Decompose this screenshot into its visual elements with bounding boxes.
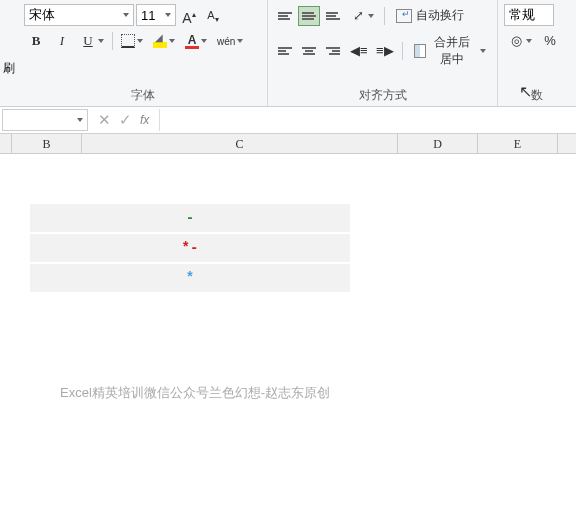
credit-text: Excel精英培训微信公众号兰色幻想-赵志东原创	[60, 384, 330, 402]
font-color-icon: A	[185, 34, 199, 49]
column-headers: B C D E	[0, 134, 576, 154]
outdent-icon: ◀≡	[350, 43, 366, 59]
number-group-label: 数	[504, 84, 570, 104]
underline-button[interactable]: U	[76, 30, 108, 52]
col-header-B[interactable]: B	[12, 134, 82, 153]
font-group: 宋体 11 A▴ A▾ B I U A wén 字体	[18, 0, 268, 106]
number-group: 常规 ◎ % 数	[498, 0, 576, 106]
formula-bar: ✕ ✓ fx	[0, 106, 576, 134]
merge-icon	[414, 44, 426, 58]
orientation-button[interactable]: ⤢	[346, 5, 378, 27]
align-middle-button[interactable]	[298, 6, 320, 26]
border-button[interactable]	[117, 31, 147, 51]
cell-row-2[interactable]: *-	[30, 234, 350, 262]
select-all-corner[interactable]	[0, 134, 12, 153]
align-middle-icon	[302, 9, 316, 23]
increase-font-icon[interactable]: A▴	[178, 5, 200, 25]
col-header-C[interactable]: C	[82, 134, 398, 153]
align-top-button[interactable]	[274, 6, 296, 26]
decrease-font-icon[interactable]: A▾	[202, 5, 224, 25]
align-bottom-icon	[326, 9, 340, 23]
currency-icon: ◎	[508, 33, 524, 49]
font-group-label: 字体	[24, 84, 261, 104]
cancel-icon[interactable]: ✕	[98, 111, 111, 129]
indent-icon: ≡▶	[376, 43, 392, 59]
increase-indent-button[interactable]: ≡▶	[372, 40, 396, 62]
cell-row-3[interactable]: *	[30, 264, 350, 292]
bucket-icon	[153, 34, 167, 48]
align-center-button[interactable]	[298, 41, 320, 61]
percent-button[interactable]: %	[538, 30, 562, 52]
paste-group: 刷	[0, 0, 18, 106]
merge-center-button[interactable]: 合并后居中	[409, 31, 491, 71]
align-right-button[interactable]	[322, 41, 344, 61]
align-top-icon	[278, 9, 292, 23]
wrap-text-button[interactable]: 自动换行	[391, 4, 469, 27]
formula-input[interactable]	[159, 109, 576, 131]
font-name-select[interactable]: 宋体	[24, 4, 134, 26]
ribbon: 刷 宋体 11 A▴ A▾ B I U A wén 字体 ⤢ 自动换行	[0, 0, 576, 107]
align-group-label: 对齐方式	[274, 84, 491, 104]
align-group: ⤢ 自动换行 ◀≡ ≡▶ 合并后居中 对齐方式	[268, 0, 498, 106]
font-size-select[interactable]: 11	[136, 4, 176, 26]
data-block: - *- *	[30, 204, 350, 294]
wrap-icon	[396, 9, 412, 23]
worksheet-area[interactable]: - *- * Excel精英培训微信公众号兰色幻想-赵志东原创	[0, 154, 576, 504]
enter-icon[interactable]: ✓	[119, 111, 132, 129]
font-color-button[interactable]: A	[181, 31, 211, 52]
decrease-indent-button[interactable]: ◀≡	[346, 40, 370, 62]
col-header-D[interactable]: D	[398, 134, 478, 153]
orientation-icon: ⤢	[350, 8, 366, 24]
cell-row-1[interactable]: -	[30, 204, 350, 232]
name-box[interactable]	[2, 109, 88, 131]
align-right-icon	[326, 44, 340, 58]
bold-button[interactable]: B	[24, 30, 48, 52]
phonetic-button[interactable]: wén	[213, 33, 247, 50]
align-left-button[interactable]	[274, 41, 296, 61]
fill-color-button[interactable]	[149, 31, 179, 51]
number-format-select[interactable]: 常规	[504, 4, 554, 26]
fx-icon[interactable]: fx	[140, 113, 149, 127]
format-painter-label: 刷	[3, 60, 15, 77]
currency-button[interactable]: ◎	[504, 30, 536, 52]
align-center-icon	[302, 44, 316, 58]
border-icon	[121, 34, 135, 48]
col-header-E[interactable]: E	[478, 134, 558, 153]
italic-button[interactable]: I	[50, 30, 74, 52]
align-bottom-button[interactable]	[322, 6, 344, 26]
align-left-icon	[278, 44, 292, 58]
